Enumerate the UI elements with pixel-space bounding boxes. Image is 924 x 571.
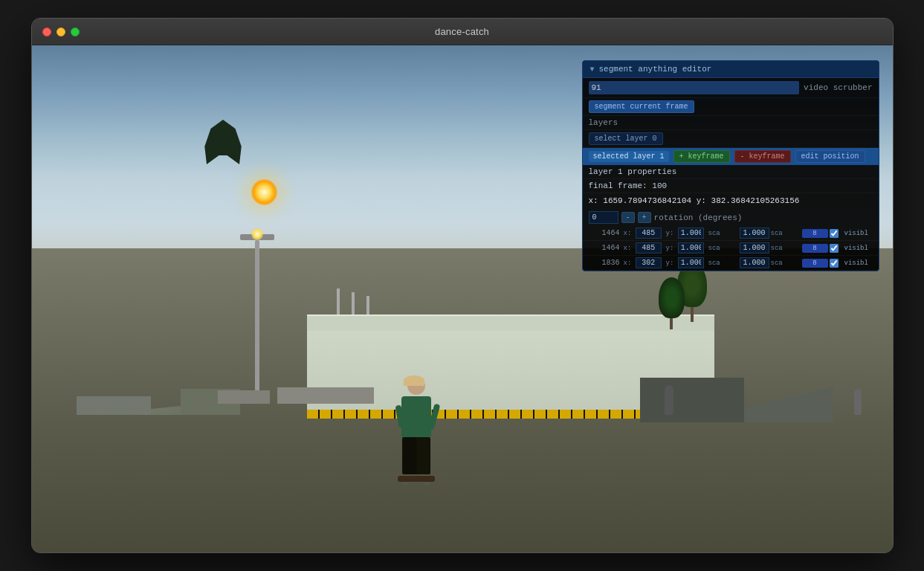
kf-frame-1: 1464	[589, 229, 622, 237]
kf-y-label-3: y:	[666, 257, 707, 268]
minimize-button[interactable]	[56, 28, 65, 36]
scrubber-value: 91	[592, 83, 601, 92]
layers-row: layers	[583, 116, 879, 130]
kf-sca2-label-1: sca	[771, 230, 801, 237]
kf-badge-1: 8	[802, 229, 828, 238]
keyframe-row-1: 1464 x: y: sca sca 8 visibl	[583, 226, 879, 241]
kf-checkbox-1[interactable]	[830, 229, 839, 238]
kf-visibl-2: visibl	[844, 245, 870, 252]
background-person-2	[854, 389, 862, 415]
filter-icon: ▼	[590, 65, 595, 74]
remove-keyframe-button[interactable]: - keyframe	[734, 150, 791, 163]
properties-label: layer 1 properties	[589, 167, 677, 176]
kf-visibl-3: visibl	[844, 259, 870, 267]
segment-frame-button[interactable]: segment current frame	[589, 100, 694, 113]
maximize-button[interactable]	[71, 28, 80, 36]
kf-frame-3: 1836	[589, 259, 622, 267]
kf-x-input-3[interactable]	[636, 257, 662, 268]
flying-cap-shape	[203, 120, 244, 164]
sun-orb	[251, 179, 277, 205]
layers-label: layers	[589, 118, 618, 127]
scrubber-bar[interactable]: 91	[589, 81, 800, 94]
kf-badge-3: 8	[802, 259, 828, 268]
panel-header: ▼ segment anything editor	[583, 61, 879, 78]
rotation-input[interactable]	[589, 211, 618, 224]
kf-y-label-2: y:	[666, 242, 707, 254]
keyframe-row-2: 1464 x: y: sca sca 8 visibl	[583, 241, 879, 256]
kf-y-label-1: y:	[666, 228, 707, 239]
kf-y-input-1[interactable]	[678, 228, 704, 239]
rotation-row: - + rotation (degrees)	[583, 209, 879, 226]
kf-sca-label-2: sca	[708, 245, 738, 252]
content-area: ▼ segment anything editor 91 video scrub…	[32, 45, 893, 552]
panel-title: segment anything editor	[599, 65, 712, 74]
ledge-1	[77, 396, 151, 415]
flying-cap	[203, 120, 244, 164]
editor-panel: ▼ segment anything editor 91 video scrub…	[582, 60, 879, 271]
kf-frame-2: 1464	[589, 244, 622, 252]
final-frame-label: final frame: 100	[589, 181, 668, 190]
coordinates-text: x: 1659.7894736842104 y: 382.36842105263…	[589, 196, 800, 205]
selected-layer-badge: selected layer 1	[589, 151, 669, 162]
kf-x-label-1: x:	[624, 228, 665, 239]
ramp-right-2	[640, 378, 744, 422]
kf-sca-label-1: sca	[708, 230, 738, 237]
light-pole	[255, 240, 259, 404]
kf-sca-label-3: sca	[708, 259, 738, 267]
select-layer-row: select layer 0	[583, 130, 879, 148]
bench-2	[218, 390, 270, 404]
close-button[interactable]	[42, 28, 51, 36]
kf-checkbox-2[interactable]	[830, 244, 839, 253]
traffic-lights	[42, 28, 80, 36]
final-frame-row: final frame: 100	[583, 179, 879, 193]
window-title: dance-catch	[435, 26, 489, 37]
kf-x-input-2[interactable]	[636, 242, 662, 254]
kf-checkbox-3[interactable]	[830, 259, 839, 268]
app-window: dance-catch	[31, 18, 894, 553]
keyframe-row-3: 1836 x: y: sca sca 8 visibl	[583, 256, 879, 271]
scrubber-row: 91 video scrubber	[583, 78, 879, 98]
edit-position-button[interactable]: edit position	[795, 150, 865, 163]
kf-sca1-input-3[interactable]	[740, 257, 769, 268]
scrubber-label: video scrubber	[804, 83, 872, 92]
background-person	[665, 385, 673, 415]
selected-layer-bar: selected layer 1 + keyframe - keyframe e…	[583, 148, 879, 165]
coordinates-row: x: 1659.7894736842104 y: 382.36842105263…	[583, 193, 879, 209]
kf-y-input-3[interactable]	[678, 257, 704, 268]
rotation-minus-button[interactable]: -	[621, 212, 635, 223]
kf-sca2-label-2: sca	[771, 245, 801, 252]
kf-badge-2: 8	[802, 244, 828, 253]
kf-visibl-1: visibl	[844, 230, 870, 237]
kf-x-input-1[interactable]	[636, 228, 662, 239]
rotation-label: rotation (degrees)	[654, 213, 743, 222]
bench-1	[277, 387, 374, 404]
tree-2	[659, 277, 685, 329]
add-keyframe-button[interactable]: + keyframe	[673, 150, 730, 163]
kf-sca1-input-1[interactable]	[740, 228, 769, 239]
kf-x-label-2: x:	[624, 242, 665, 254]
titlebar: dance-catch	[32, 19, 893, 45]
kf-y-input-2[interactable]	[678, 242, 704, 254]
kf-sca1-input-2[interactable]	[740, 242, 769, 254]
kf-x-label-3: x:	[624, 257, 665, 268]
skater-figure	[398, 377, 435, 482]
select-layer-button[interactable]: select layer 0	[589, 132, 663, 145]
properties-row: layer 1 properties	[583, 165, 879, 179]
rotation-plus-button[interactable]: +	[638, 212, 651, 223]
kf-sca2-label-3: sca	[771, 259, 801, 267]
segment-btn-row: segment current frame	[583, 98, 879, 116]
